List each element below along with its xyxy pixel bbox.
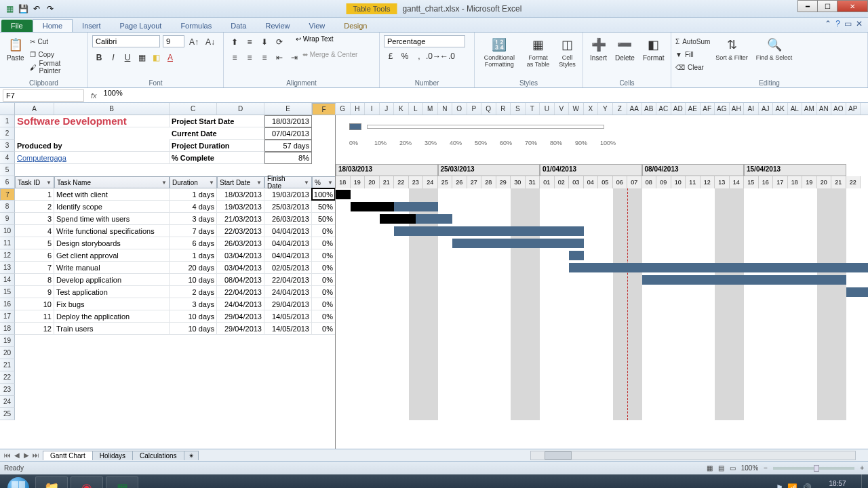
currency-icon[interactable]: £ xyxy=(384,49,397,63)
column-header[interactable]: N xyxy=(438,103,453,115)
column-header[interactable]: K xyxy=(394,103,409,115)
align-middle-icon[interactable]: ≡ xyxy=(243,35,256,49)
align-left-icon[interactable]: ≡ xyxy=(228,51,241,64)
sheet-tab[interactable]: Calculations xyxy=(132,451,184,460)
task-id[interactable]: 2 xyxy=(15,201,54,213)
task-id[interactable]: 3 xyxy=(15,213,54,225)
task-start[interactable]: 19/03/2013 xyxy=(217,201,264,213)
zoom-in-button[interactable]: + xyxy=(860,464,864,472)
summary-label[interactable]: Project Duration xyxy=(170,140,264,152)
sheet-nav-prev-icon[interactable]: ◀ xyxy=(12,451,22,459)
task-name[interactable]: Test application xyxy=(54,286,170,298)
task-duration[interactable]: 10 days xyxy=(170,274,217,286)
window-restore-icon[interactable]: ▭ xyxy=(844,19,852,28)
summary-label[interactable]: % Complete xyxy=(170,152,264,164)
task-chrome[interactable]: ◉ xyxy=(71,476,103,488)
tab-file[interactable]: File xyxy=(1,20,33,32)
table-header[interactable]: Start Date▼ xyxy=(217,176,264,188)
column-header[interactable]: F xyxy=(312,103,336,115)
task-pct[interactable]: 0% xyxy=(312,225,336,237)
task-finish[interactable]: 04/04/2013 xyxy=(264,237,312,249)
column-header[interactable]: T xyxy=(526,103,540,115)
fill-color-button[interactable]: ◧ xyxy=(149,51,163,64)
wrap-text-button[interactable]: ↩ Wrap Text xyxy=(296,35,333,49)
filter-dropdown-icon[interactable]: ▼ xyxy=(159,180,167,186)
task-start[interactable]: 29/04/2013 xyxy=(217,310,264,323)
sheet-nav-next-icon[interactable]: ▶ xyxy=(22,451,31,459)
indent-inc-icon[interactable]: ⇥ xyxy=(288,51,301,64)
task-name[interactable]: Spend time with users xyxy=(54,213,170,225)
column-header[interactable]: C xyxy=(170,103,217,115)
show-desktop-button[interactable] xyxy=(861,474,868,488)
row-header[interactable]: 1 xyxy=(0,115,15,127)
italic-button[interactable]: I xyxy=(106,51,120,64)
task-start[interactable]: 26/03/2013 xyxy=(217,237,264,249)
increase-decimal-icon[interactable]: .0→ xyxy=(427,49,440,63)
minimize-ribbon-icon[interactable]: ⌃ xyxy=(825,19,831,28)
task-finish[interactable]: 26/03/2013 xyxy=(264,213,312,225)
task-pct[interactable]: 0% xyxy=(312,262,336,274)
task-duration[interactable]: 6 days xyxy=(170,237,217,249)
column-header[interactable]: AM xyxy=(802,103,817,115)
maximize-button[interactable]: ☐ xyxy=(817,0,837,12)
row-header[interactable]: 4 xyxy=(0,152,15,164)
project-title[interactable]: Software Development xyxy=(15,115,170,127)
tab-data[interactable]: Data xyxy=(221,20,256,32)
format-cells-button[interactable]: ◧Format xyxy=(640,35,667,63)
row-header[interactable]: 7 xyxy=(0,188,15,201)
task-name[interactable]: Write manual xyxy=(54,262,170,274)
task-name[interactable]: Meet with client xyxy=(54,188,170,201)
column-header[interactable]: J xyxy=(380,103,395,115)
align-right-icon[interactable]: ≡ xyxy=(258,51,271,64)
summary-value[interactable]: 57 days xyxy=(264,140,312,152)
bold-button[interactable]: B xyxy=(92,51,106,64)
column-header[interactable]: AJ xyxy=(759,103,774,115)
row-header[interactable]: 24 xyxy=(0,396,15,408)
select-all-corner[interactable] xyxy=(0,103,15,115)
task-start[interactable]: 18/03/2013 xyxy=(217,188,264,201)
redo-icon[interactable]: ↷ xyxy=(45,3,56,14)
align-center-icon[interactable]: ≡ xyxy=(243,51,256,64)
indent-dec-icon[interactable]: ⇤ xyxy=(273,51,286,64)
summary-label[interactable]: Current Date xyxy=(170,127,264,140)
row-header[interactable]: 6 xyxy=(0,176,15,188)
task-start[interactable]: 24/04/2013 xyxy=(217,298,264,310)
task-pct[interactable]: 0% xyxy=(312,274,336,286)
task-finish[interactable]: 04/04/2013 xyxy=(264,249,312,262)
column-header[interactable]: AO xyxy=(831,103,846,115)
gantt-bar[interactable] xyxy=(569,263,868,272)
column-header[interactable]: W xyxy=(569,103,584,115)
tab-review[interactable]: Review xyxy=(256,20,299,32)
row-header[interactable]: 10 xyxy=(0,225,15,237)
column-header[interactable]: G xyxy=(336,103,351,115)
task-name[interactable]: Write functional specifications xyxy=(54,225,170,237)
column-header[interactable]: Z xyxy=(613,103,628,115)
percent-icon[interactable]: % xyxy=(398,49,412,63)
task-id[interactable]: 12 xyxy=(15,323,54,335)
tab-insert[interactable]: Insert xyxy=(73,20,111,32)
formula-input[interactable]: 100% xyxy=(101,89,868,102)
task-finish[interactable]: 25/03/2013 xyxy=(264,201,312,213)
task-duration[interactable]: 1 days xyxy=(170,188,217,201)
task-start[interactable]: 29/04/2013 xyxy=(217,323,264,335)
row-header[interactable]: 21 xyxy=(0,359,15,371)
row-header[interactable]: 22 xyxy=(0,371,15,384)
author-link[interactable]: Computergaga xyxy=(15,152,170,164)
filter-dropdown-icon[interactable]: ▼ xyxy=(206,180,214,186)
column-header[interactable]: I xyxy=(365,103,380,115)
task-id[interactable]: 1 xyxy=(15,188,54,201)
task-duration[interactable]: 1 days xyxy=(170,249,217,262)
minimize-button[interactable]: ━ xyxy=(797,0,818,12)
task-duration[interactable]: 2 days xyxy=(170,286,217,298)
fill-button[interactable]: ▼Fill xyxy=(675,48,710,60)
insert-cells-button[interactable]: ➕Insert xyxy=(587,35,610,63)
column-header[interactable]: X xyxy=(584,103,599,115)
task-pct[interactable]: 0% xyxy=(312,286,336,298)
format-as-table-button[interactable]: ▦Format as Table xyxy=(523,35,554,69)
task-pct[interactable]: 0% xyxy=(312,323,336,335)
task-finish[interactable]: 22/04/2013 xyxy=(264,274,312,286)
decrease-decimal-icon[interactable]: ←.0 xyxy=(441,49,454,63)
column-header[interactable]: AL xyxy=(788,103,803,115)
row-header[interactable]: 8 xyxy=(0,201,15,213)
font-size-select[interactable]: 9 xyxy=(163,35,184,47)
